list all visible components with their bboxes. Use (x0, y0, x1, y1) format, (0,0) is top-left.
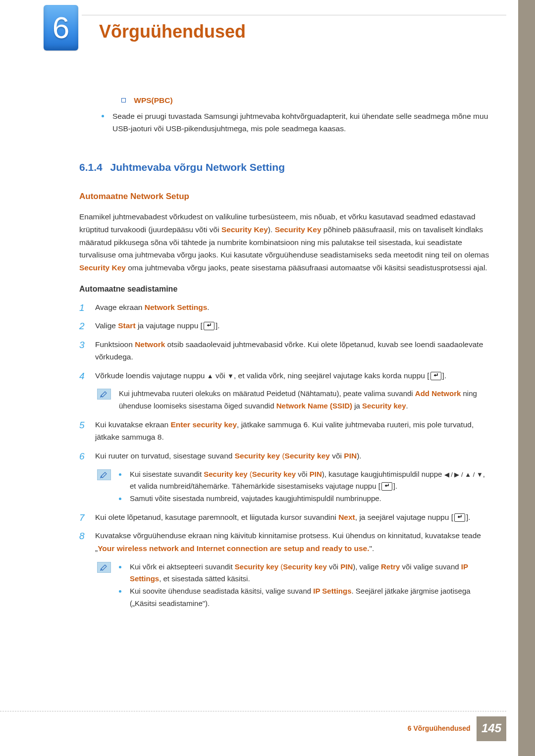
section-title: Juhtmevaba võrgu Network Setting (110, 161, 285, 173)
top-rule (82, 15, 506, 15)
down-arrow-icon: ▼ (227, 372, 234, 380)
footer-label: 6 Võrguühendused (408, 724, 471, 732)
chapter-title: Võrguühendused (99, 17, 246, 46)
step-5: 5 Kui kuvatakse ekraan Enter security ke… (79, 418, 490, 444)
step-2: 2 Valige Start ja vajutage nuppu []. (79, 319, 490, 332)
page-number: 145 (477, 716, 506, 741)
footer: 6 Võrguühendused 145 (0, 711, 506, 741)
step-7: 7 Kui olete lõpetanud, kasutage paremnoo… (79, 511, 490, 524)
chapter-badge: 6 (44, 5, 78, 50)
nav-arrows-icon: ◀ / ▶ / ▲ / ▼ (444, 471, 483, 478)
step-3: 3 Funktsioon Network otsib saadaolevaid … (79, 338, 490, 363)
note-box: Kui sisestate suvandit Security key (Sec… (95, 468, 490, 505)
note-body: Kui võrk ei aktsepteeri suvandit Securit… (119, 561, 490, 610)
up-arrow-icon: ▲ (207, 372, 214, 380)
section-number: 6.1.4 (79, 161, 103, 173)
enter-icon (430, 372, 441, 380)
steps-list: 1 Avage ekraan Network Settings. 2 Valig… (79, 301, 490, 610)
auto-setup-heading: Automaatne Network Setup (79, 190, 490, 203)
chapter-number: 6 (53, 2, 69, 53)
note-icon (97, 389, 111, 400)
note-bullet: Kui soovite ühenduse seadistada käsitsi,… (119, 585, 490, 610)
wps-bullet: WPS(PBC) (121, 94, 490, 107)
step-4: 4 Võrkude loendis vajutage nuppu ▲ või ▼… (79, 369, 490, 412)
note-icon (97, 469, 111, 480)
wps-note: Seade ei pruugi tuvastada Samsungi juhtm… (102, 110, 490, 135)
enter-icon (204, 322, 214, 330)
note-body: Kui sisestate suvandit Security key (Sec… (119, 468, 490, 505)
note-bullet: Samuti võite sisestada numbreid, vajutad… (119, 493, 490, 505)
enter-icon (381, 482, 392, 491)
note-box: Kui juhtmevaba ruuteri olekuks on määrat… (95, 388, 490, 412)
step-8: 8 Kuvatakse võrguühenduse ekraan ning kä… (79, 529, 490, 609)
note-bullet: Kui sisestate suvandit Security key (Sec… (119, 468, 490, 493)
main-content: WPS(PBC) Seade ei pruugi tuvastada Samsu… (79, 94, 490, 616)
step-6: 6 Kui ruuter on turvatud, sisestage suva… (79, 450, 490, 505)
enter-icon (454, 513, 465, 522)
note-body: Kui juhtmevaba ruuteri olekuks on määrat… (119, 388, 490, 412)
note-box: Kui võrk ei aktsepteeri suvandit Securit… (95, 561, 490, 610)
section-heading: 6.1.4 Juhtmevaba võrgu Network Setting (79, 159, 490, 176)
step-1: 1 Avage ekraan Network Settings. (79, 301, 490, 314)
note-icon (97, 562, 111, 573)
auto-config-subhead: Automaatne seadistamine (79, 283, 490, 296)
wps-label: WPS(PBC) (134, 96, 172, 104)
side-stripe (518, 0, 535, 756)
note-bullet: Kui võrk ei aktsepteeri suvandit Securit… (119, 561, 490, 586)
auto-para: Enamikel juhtmevabadest võrkudest on val… (79, 210, 490, 274)
square-bullet-icon (121, 98, 126, 102)
